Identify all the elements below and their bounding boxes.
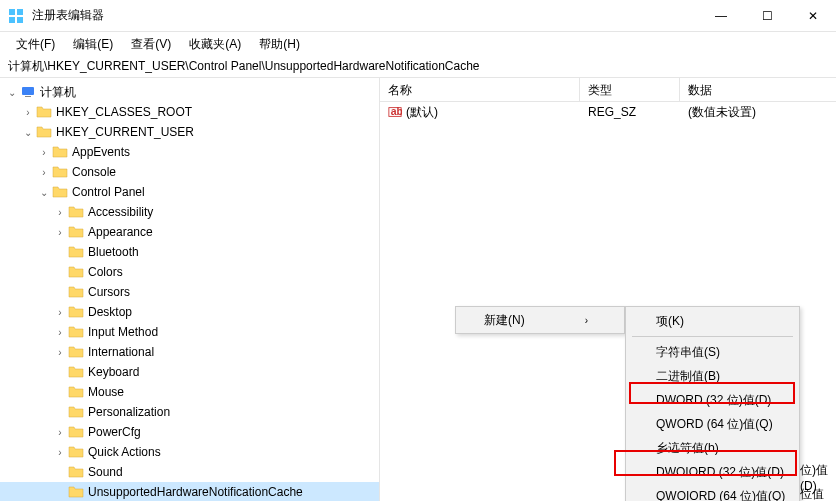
tree-cursors[interactable]: Cursors	[0, 282, 379, 302]
folder-icon	[68, 204, 84, 220]
menubar: 文件(F) 编辑(E) 查看(V) 收藏夹(A) 帮助(H)	[0, 32, 836, 56]
tree-quick-actions[interactable]: › Quick Actions	[0, 442, 379, 462]
menu-key[interactable]: 项(K)	[628, 309, 797, 333]
close-button[interactable]: ✕	[790, 0, 836, 32]
window-controls: — ☐ ✕	[698, 0, 836, 32]
tree-input-method[interactable]: › Input Method	[0, 322, 379, 342]
svg-rect-0	[9, 9, 15, 15]
folder-icon	[52, 164, 68, 180]
submenu-arrow-icon: ›	[585, 315, 588, 326]
svg-rect-3	[17, 17, 23, 23]
menu-string[interactable]: 字符串值(S)	[628, 340, 797, 364]
folder-icon	[68, 244, 84, 260]
value-data: (数值未设置)	[680, 104, 836, 121]
expand-icon[interactable]: ›	[52, 307, 68, 318]
tree-unsupported[interactable]: UnsupportedHardwareNotificationCache	[0, 482, 379, 501]
expand-icon[interactable]: ›	[36, 147, 52, 158]
tree-powercfg[interactable]: › PowerCfg	[0, 422, 379, 442]
maximize-button[interactable]: ☐	[744, 0, 790, 32]
column-name[interactable]: 名称	[380, 78, 580, 101]
context-new-item[interactable]: 新建(N) ›	[455, 306, 625, 334]
column-data[interactable]: 数据	[680, 78, 836, 101]
svg-rect-5	[25, 96, 31, 97]
addressbar[interactable]: 计算机\HKEY_CURRENT_USER\Control Panel\Unsu…	[0, 56, 836, 78]
expand-icon[interactable]: ⌄	[36, 187, 52, 198]
tree-computer[interactable]: ⌄ 计算机	[0, 82, 379, 102]
tree-appearance[interactable]: › Appearance	[0, 222, 379, 242]
tree-international[interactable]: › International	[0, 342, 379, 362]
svg-rect-1	[17, 9, 23, 15]
titlebar: 注册表编辑器 — ☐ ✕	[0, 0, 836, 32]
svg-rect-4	[22, 87, 34, 95]
menu-qword[interactable]: QWORD (64 位)值(Q)	[628, 412, 797, 436]
folder-icon	[68, 284, 84, 300]
folder-icon	[68, 424, 84, 440]
tree-keyboard[interactable]: Keyboard	[0, 362, 379, 382]
tree-colors[interactable]: Colors	[0, 262, 379, 282]
folder-icon	[68, 344, 84, 360]
string-value-icon: ab	[388, 105, 402, 119]
menu-binary[interactable]: 二进制值(B)	[628, 364, 797, 388]
folder-icon	[68, 324, 84, 340]
folder-icon	[68, 484, 84, 500]
expand-icon[interactable]: ›	[52, 227, 68, 238]
expand-icon[interactable]: ›	[52, 327, 68, 338]
folder-icon	[68, 304, 84, 320]
folder-icon	[68, 224, 84, 240]
value-name: (默认)	[406, 104, 438, 121]
folder-icon	[52, 144, 68, 160]
menu-dword[interactable]: DWORD (32 位)值(D)	[628, 388, 797, 412]
tree-personalization[interactable]: Personalization	[0, 402, 379, 422]
overflow-tail: 位值(Q)	[800, 486, 836, 501]
context-menu-new: 项(K) 字符串值(S) 二进制值(B) DWORD (32 位)值(D) QW…	[625, 306, 800, 501]
folder-icon	[68, 464, 84, 480]
computer-icon	[20, 84, 36, 100]
tree-control-panel[interactable]: ⌄ Control Panel	[0, 182, 379, 202]
folder-icon	[68, 384, 84, 400]
menu-help[interactable]: 帮助(H)	[251, 34, 308, 55]
tree-desktop[interactable]: › Desktop	[0, 302, 379, 322]
folder-icon	[68, 264, 84, 280]
tree-pane[interactable]: ⌄ 计算机 › HKEY_CLASSES_ROOT ⌄ HKEY_CURRENT…	[0, 78, 380, 501]
menu-qword2[interactable]: QWOIORD (64 位)值(Q)	[628, 484, 797, 501]
menu-file[interactable]: 文件(F)	[8, 34, 63, 55]
menu-edit[interactable]: 编辑(E)	[65, 34, 121, 55]
folder-icon	[52, 184, 68, 200]
window-title: 注册表编辑器	[32, 7, 698, 24]
menu-view[interactable]: 查看(V)	[123, 34, 179, 55]
svg-rect-2	[9, 17, 15, 23]
tree-appevents[interactable]: › AppEvents	[0, 142, 379, 162]
expand-icon[interactable]: ⌄	[20, 127, 36, 138]
minimize-button[interactable]: —	[698, 0, 744, 32]
expand-icon[interactable]: ›	[20, 107, 36, 118]
address-path: 计算机\HKEY_CURRENT_USER\Control Panel\Unsu…	[8, 58, 480, 75]
menu-dword2[interactable]: DWOIORD (32 位)值(D)	[628, 460, 797, 484]
menu-multi[interactable]: 乡迒笴值(b)	[628, 436, 797, 460]
folder-icon	[68, 444, 84, 460]
tree-console[interactable]: › Console	[0, 162, 379, 182]
expand-icon[interactable]: ›	[52, 207, 68, 218]
folder-icon	[68, 364, 84, 380]
app-icon	[8, 8, 24, 24]
expand-icon[interactable]: ›	[36, 167, 52, 178]
expand-icon[interactable]: ›	[52, 347, 68, 358]
list-header: 名称 类型 数据	[380, 78, 836, 102]
expand-icon[interactable]: ⌄	[4, 87, 20, 98]
tree-hkcr[interactable]: › HKEY_CLASSES_ROOT	[0, 102, 379, 122]
tree-sound[interactable]: Sound	[0, 462, 379, 482]
tree-accessibility[interactable]: › Accessibility	[0, 202, 379, 222]
expand-icon[interactable]: ›	[52, 447, 68, 458]
tree-mouse[interactable]: Mouse	[0, 382, 379, 402]
expand-icon[interactable]: ›	[52, 427, 68, 438]
folder-icon	[36, 124, 52, 140]
column-type[interactable]: 类型	[580, 78, 680, 101]
tree-hkcu[interactable]: ⌄ HKEY_CURRENT_USER	[0, 122, 379, 142]
value-type: REG_SZ	[580, 105, 680, 119]
svg-text:ab: ab	[391, 105, 402, 117]
menu-favorites[interactable]: 收藏夹(A)	[181, 34, 249, 55]
tree-bluetooth[interactable]: Bluetooth	[0, 242, 379, 262]
menu-separator	[632, 336, 793, 337]
folder-icon	[36, 104, 52, 120]
list-row[interactable]: ab (默认) REG_SZ (数值未设置)	[380, 102, 836, 122]
folder-icon	[68, 404, 84, 420]
